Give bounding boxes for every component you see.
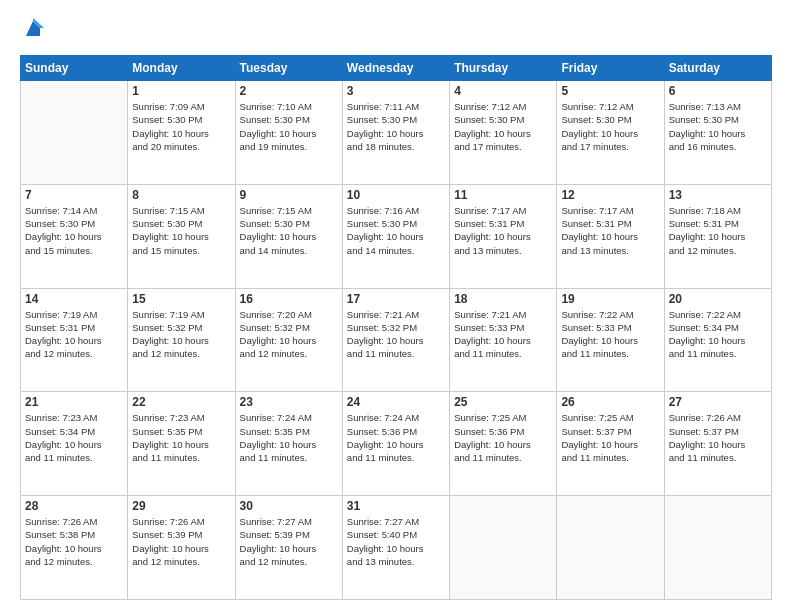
day-info: Sunrise: 7:14 AM Sunset: 5:30 PM Dayligh…: [25, 204, 123, 257]
day-number: 21: [25, 395, 123, 409]
day-info: Sunrise: 7:17 AM Sunset: 5:31 PM Dayligh…: [561, 204, 659, 257]
calendar-cell: 19Sunrise: 7:22 AM Sunset: 5:33 PM Dayli…: [557, 288, 664, 392]
calendar-cell: 29Sunrise: 7:26 AM Sunset: 5:39 PM Dayli…: [128, 496, 235, 600]
day-number: 27: [669, 395, 767, 409]
logo: [20, 18, 44, 45]
day-number: 23: [240, 395, 338, 409]
calendar-cell: 28Sunrise: 7:26 AM Sunset: 5:38 PM Dayli…: [21, 496, 128, 600]
day-number: 29: [132, 499, 230, 513]
day-number: 30: [240, 499, 338, 513]
calendar-cell: 31Sunrise: 7:27 AM Sunset: 5:40 PM Dayli…: [342, 496, 449, 600]
calendar-cell: 15Sunrise: 7:19 AM Sunset: 5:32 PM Dayli…: [128, 288, 235, 392]
day-info: Sunrise: 7:24 AM Sunset: 5:36 PM Dayligh…: [347, 411, 445, 464]
weekday-header-monday: Monday: [128, 56, 235, 81]
calendar-cell: 17Sunrise: 7:21 AM Sunset: 5:32 PM Dayli…: [342, 288, 449, 392]
day-number: 31: [347, 499, 445, 513]
day-number: 8: [132, 188, 230, 202]
calendar-cell: 10Sunrise: 7:16 AM Sunset: 5:30 PM Dayli…: [342, 184, 449, 288]
calendar-cell: 13Sunrise: 7:18 AM Sunset: 5:31 PM Dayli…: [664, 184, 771, 288]
calendar-cell: [664, 496, 771, 600]
day-info: Sunrise: 7:19 AM Sunset: 5:31 PM Dayligh…: [25, 308, 123, 361]
weekday-header-thursday: Thursday: [450, 56, 557, 81]
day-info: Sunrise: 7:17 AM Sunset: 5:31 PM Dayligh…: [454, 204, 552, 257]
calendar-week-2: 7Sunrise: 7:14 AM Sunset: 5:30 PM Daylig…: [21, 184, 772, 288]
calendar-cell: 12Sunrise: 7:17 AM Sunset: 5:31 PM Dayli…: [557, 184, 664, 288]
calendar-week-5: 28Sunrise: 7:26 AM Sunset: 5:38 PM Dayli…: [21, 496, 772, 600]
day-number: 12: [561, 188, 659, 202]
day-number: 22: [132, 395, 230, 409]
logo-icon: [22, 18, 44, 40]
day-info: Sunrise: 7:19 AM Sunset: 5:32 PM Dayligh…: [132, 308, 230, 361]
day-info: Sunrise: 7:25 AM Sunset: 5:36 PM Dayligh…: [454, 411, 552, 464]
calendar-week-4: 21Sunrise: 7:23 AM Sunset: 5:34 PM Dayli…: [21, 392, 772, 496]
calendar-cell: 21Sunrise: 7:23 AM Sunset: 5:34 PM Dayli…: [21, 392, 128, 496]
day-info: Sunrise: 7:13 AM Sunset: 5:30 PM Dayligh…: [669, 100, 767, 153]
day-number: 5: [561, 84, 659, 98]
day-info: Sunrise: 7:22 AM Sunset: 5:33 PM Dayligh…: [561, 308, 659, 361]
calendar-cell: 14Sunrise: 7:19 AM Sunset: 5:31 PM Dayli…: [21, 288, 128, 392]
calendar-cell: 3Sunrise: 7:11 AM Sunset: 5:30 PM Daylig…: [342, 81, 449, 185]
day-number: 13: [669, 188, 767, 202]
calendar-cell: 30Sunrise: 7:27 AM Sunset: 5:39 PM Dayli…: [235, 496, 342, 600]
day-info: Sunrise: 7:24 AM Sunset: 5:35 PM Dayligh…: [240, 411, 338, 464]
calendar-cell: [557, 496, 664, 600]
day-info: Sunrise: 7:12 AM Sunset: 5:30 PM Dayligh…: [561, 100, 659, 153]
day-number: 24: [347, 395, 445, 409]
day-info: Sunrise: 7:09 AM Sunset: 5:30 PM Dayligh…: [132, 100, 230, 153]
calendar-cell: 27Sunrise: 7:26 AM Sunset: 5:37 PM Dayli…: [664, 392, 771, 496]
day-number: 10: [347, 188, 445, 202]
day-info: Sunrise: 7:15 AM Sunset: 5:30 PM Dayligh…: [132, 204, 230, 257]
weekday-header-tuesday: Tuesday: [235, 56, 342, 81]
weekday-header-friday: Friday: [557, 56, 664, 81]
calendar-cell: 4Sunrise: 7:12 AM Sunset: 5:30 PM Daylig…: [450, 81, 557, 185]
calendar-cell: 1Sunrise: 7:09 AM Sunset: 5:30 PM Daylig…: [128, 81, 235, 185]
day-number: 26: [561, 395, 659, 409]
day-number: 15: [132, 292, 230, 306]
day-info: Sunrise: 7:10 AM Sunset: 5:30 PM Dayligh…: [240, 100, 338, 153]
day-info: Sunrise: 7:27 AM Sunset: 5:39 PM Dayligh…: [240, 515, 338, 568]
day-info: Sunrise: 7:15 AM Sunset: 5:30 PM Dayligh…: [240, 204, 338, 257]
header: [20, 18, 772, 45]
day-number: 3: [347, 84, 445, 98]
day-number: 28: [25, 499, 123, 513]
day-info: Sunrise: 7:26 AM Sunset: 5:37 PM Dayligh…: [669, 411, 767, 464]
day-number: 17: [347, 292, 445, 306]
calendar-table: SundayMondayTuesdayWednesdayThursdayFrid…: [20, 55, 772, 600]
calendar-cell: 16Sunrise: 7:20 AM Sunset: 5:32 PM Dayli…: [235, 288, 342, 392]
calendar-cell: 22Sunrise: 7:23 AM Sunset: 5:35 PM Dayli…: [128, 392, 235, 496]
calendar-cell: 9Sunrise: 7:15 AM Sunset: 5:30 PM Daylig…: [235, 184, 342, 288]
calendar-cell: 6Sunrise: 7:13 AM Sunset: 5:30 PM Daylig…: [664, 81, 771, 185]
logo-general: [20, 18, 44, 45]
day-info: Sunrise: 7:21 AM Sunset: 5:32 PM Dayligh…: [347, 308, 445, 361]
calendar-week-1: 1Sunrise: 7:09 AM Sunset: 5:30 PM Daylig…: [21, 81, 772, 185]
day-info: Sunrise: 7:23 AM Sunset: 5:35 PM Dayligh…: [132, 411, 230, 464]
day-number: 4: [454, 84, 552, 98]
day-number: 18: [454, 292, 552, 306]
weekday-header-saturday: Saturday: [664, 56, 771, 81]
day-number: 11: [454, 188, 552, 202]
calendar-cell: 26Sunrise: 7:25 AM Sunset: 5:37 PM Dayli…: [557, 392, 664, 496]
day-number: 7: [25, 188, 123, 202]
weekday-header-sunday: Sunday: [21, 56, 128, 81]
calendar-cell: 23Sunrise: 7:24 AM Sunset: 5:35 PM Dayli…: [235, 392, 342, 496]
day-number: 1: [132, 84, 230, 98]
day-number: 19: [561, 292, 659, 306]
day-number: 14: [25, 292, 123, 306]
calendar-cell: 18Sunrise: 7:21 AM Sunset: 5:33 PM Dayli…: [450, 288, 557, 392]
calendar-cell: 2Sunrise: 7:10 AM Sunset: 5:30 PM Daylig…: [235, 81, 342, 185]
day-number: 20: [669, 292, 767, 306]
day-number: 2: [240, 84, 338, 98]
day-number: 9: [240, 188, 338, 202]
calendar-cell: 24Sunrise: 7:24 AM Sunset: 5:36 PM Dayli…: [342, 392, 449, 496]
day-info: Sunrise: 7:11 AM Sunset: 5:30 PM Dayligh…: [347, 100, 445, 153]
weekday-header-row: SundayMondayTuesdayWednesdayThursdayFrid…: [21, 56, 772, 81]
calendar-cell: 25Sunrise: 7:25 AM Sunset: 5:36 PM Dayli…: [450, 392, 557, 496]
day-info: Sunrise: 7:22 AM Sunset: 5:34 PM Dayligh…: [669, 308, 767, 361]
day-info: Sunrise: 7:21 AM Sunset: 5:33 PM Dayligh…: [454, 308, 552, 361]
day-info: Sunrise: 7:26 AM Sunset: 5:39 PM Dayligh…: [132, 515, 230, 568]
day-info: Sunrise: 7:16 AM Sunset: 5:30 PM Dayligh…: [347, 204, 445, 257]
calendar-cell: [21, 81, 128, 185]
day-number: 6: [669, 84, 767, 98]
day-info: Sunrise: 7:27 AM Sunset: 5:40 PM Dayligh…: [347, 515, 445, 568]
day-info: Sunrise: 7:18 AM Sunset: 5:31 PM Dayligh…: [669, 204, 767, 257]
